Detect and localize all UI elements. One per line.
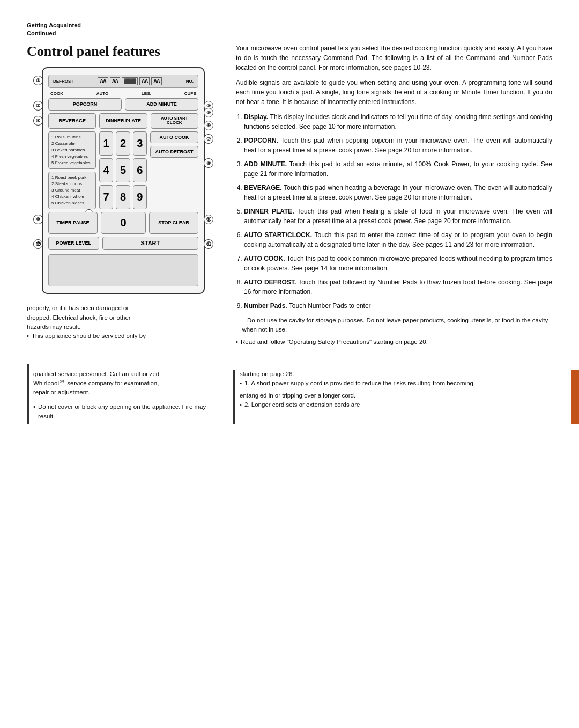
num-5-btn[interactable]: 5: [116, 158, 130, 182]
power-level-btn[interactable]: POWER LEVEL: [48, 237, 99, 250]
feature-item-7: AUTO COOK. Touch this pad to cook common…: [244, 254, 552, 273]
lbs-label: LBS.: [142, 91, 151, 96]
left-column: Control panel features ① DEFROST ΛΛ ΛΛ ⬛…: [27, 43, 220, 350]
numbers-grid: 1 2 3 4 5 6 7 8 9: [99, 131, 147, 209]
num-8-btn[interactable]: 8: [116, 185, 130, 209]
bottom2-line1: qualified service personnel. Call an aut…: [33, 370, 217, 379]
feature-list: Display. This display includes clock and…: [244, 112, 552, 311]
bottom2-bullet1-text: Do not cover or block any opening on the…: [38, 402, 217, 421]
warning-line3: hazards may result.: [27, 323, 80, 330]
bottom2-right-line1: starting on page 26.: [240, 370, 552, 379]
num-4-btn[interactable]: 4: [99, 158, 113, 182]
left-vertical-bar: [27, 364, 29, 424]
intro-para: Your microwave oven control panel lets y…: [236, 43, 552, 72]
header-line1: Getting Acquainted: [27, 22, 81, 28]
callout-8: ⑧: [204, 158, 213, 168]
num-3-btn[interactable]: 3: [133, 131, 147, 156]
icon-4: ΛΛ: [139, 77, 150, 85]
power-start-row: ⑫ ⑬ POWER LEVEL START: [48, 237, 198, 250]
auto-buttons-group: ⑦ AUTO COOK ⑧ AUTO DEFROST: [150, 131, 198, 209]
header-line2: Continued: [27, 30, 56, 36]
auto-cook-item-3: 3 Baked potatoes: [51, 147, 93, 153]
feature-3-label: ADD MINUTE.: [244, 160, 287, 168]
cavity-display: [48, 254, 198, 286]
dash-text: – Do not use the cavity for storage purp…: [242, 316, 552, 335]
dash-icon: –: [236, 316, 239, 335]
num-9-btn[interactable]: 9: [133, 185, 147, 209]
panel-diagram: ① DEFROST ΛΛ ΛΛ ⬛⬛ ΛΛ ΛΛ NO.: [42, 67, 205, 295]
feature-item-3: ADD MINUTE. Touch this pad to add an ext…: [244, 159, 552, 179]
feature-6-label: AUTO START/CLOCK.: [244, 231, 312, 239]
num-1-btn[interactable]: 1: [99, 131, 113, 156]
num-2-btn[interactable]: 2: [116, 131, 130, 156]
icon-2: ΛΛ: [110, 77, 120, 85]
auto-start-clock-btn[interactable]: AUTO START CLOCK: [151, 113, 198, 129]
auto-cook-item-5: 5 Frozen vegetables: [51, 160, 93, 166]
feature-item-2: POPCORN. Touch this pad when popping pop…: [244, 136, 552, 155]
header: Getting Acquainted Continued: [27, 21, 552, 38]
beverage-btn[interactable]: BEVERAGE: [48, 113, 96, 129]
feature-1-text: This display includes clock and indicato…: [244, 113, 552, 130]
bottom2-right-line3: entangled in or tripping over a longer c…: [240, 391, 552, 400]
callout-10: ⑩: [33, 215, 43, 224]
feature-4-label: BEVERAGE.: [244, 184, 282, 192]
bottom-num-row: ⑩ ⑪ TIMER PAUSE 0 STOP CLEAR: [48, 212, 198, 234]
feature-9-text: Touch Number Pads to enter: [289, 302, 371, 310]
bottom2-right-bullet2-text: 2. Longer cord sets or extension cords a…: [244, 400, 360, 409]
page-wrapper: Getting Acquainted Continued Control pan…: [0, 0, 579, 440]
panel-diagram-wrapper: ① DEFROST ΛΛ ΛΛ ⬛⬛ ΛΛ ΛΛ NO.: [27, 67, 220, 295]
bottom-section-1-right: starting on page 26. 1. A short power-su…: [233, 370, 552, 424]
warning-bullet1-left: This appliance should be serviced only b…: [27, 332, 220, 341]
auto-defrost-item-2: 2 Steaks, chops: [51, 181, 93, 187]
popcorn-row: ② ③ POPCORN ADD MINUTE: [48, 98, 198, 111]
section-title: Control panel features: [27, 43, 220, 60]
feature-8-label: AUTO DEFROST.: [244, 278, 296, 286]
popcorn-btn[interactable]: POPCORN: [48, 98, 122, 111]
start-btn[interactable]: START: [102, 237, 198, 250]
feature-2-text: Touch this pad when popping popcorn in y…: [244, 137, 552, 154]
feature-7-label: AUTO COOK.: [244, 255, 285, 262]
icon-3: ⬛⬛: [122, 77, 138, 85]
bottom2-right-content: starting on page 26. 1. A short power-su…: [233, 370, 552, 410]
num-0-btn[interactable]: 0: [101, 212, 146, 234]
dash-item: – – Do not use the cavity for storage pu…: [236, 316, 552, 335]
num-6-btn[interactable]: 6: [133, 158, 147, 182]
para2: Audible signals are available to guide y…: [236, 78, 552, 107]
display-row: DEFROST ΛΛ ΛΛ ⬛⬛ ΛΛ ΛΛ NO.: [48, 75, 198, 88]
feature-2-label: POPCORN.: [244, 137, 278, 144]
callout-13: ⑬: [204, 239, 213, 249]
auto-defrost-item-5: 5 Chicken pieces: [51, 200, 93, 207]
beverage-row: ④ ⑤ BEVERAGE DINNER PLATE AUTO START CLO…: [48, 113, 198, 129]
feature-item-1: Display. This display includes clock and…: [244, 112, 552, 131]
feature-item-9: Number Pads. Touch Number Pads to enter: [244, 301, 552, 311]
feature-item-5: DINNER PLATE. Touch this pad when heatin…: [244, 207, 552, 226]
feature-item-4: BEVERAGE. Touch this pad when heating a …: [244, 183, 552, 202]
icon-1: ΛΛ: [98, 77, 108, 85]
display-icons: ΛΛ ΛΛ ⬛⬛ ΛΛ ΛΛ: [98, 77, 161, 85]
bottom2-line2: Whirlpool℠ service company for examinati…: [33, 379, 217, 388]
defrost-label: DEFROST: [53, 79, 73, 84]
cook-label: COOK: [50, 91, 63, 96]
timer-pause-btn[interactable]: TIMER PAUSE: [48, 212, 98, 234]
feature-item-8: AUTO DEFROST. Touch this pad followed by…: [244, 277, 552, 297]
mid-section: 1 Rolls, muffins 2 Casserole 3 Baked pot…: [48, 131, 198, 209]
feature-3-text: Touch this pad to add an extra minute, a…: [244, 160, 552, 178]
callout-4: ④: [33, 116, 43, 126]
feature-1-label: Display.: [244, 113, 268, 121]
stop-clear-btn[interactable]: STOP CLEAR: [149, 212, 198, 234]
num-7-btn[interactable]: 7: [99, 185, 113, 209]
dinner-plate-btn[interactable]: DINNER PLATE: [99, 113, 147, 129]
add-minute-btn[interactable]: ADD MINUTE: [125, 98, 198, 111]
auto-cook-list: 1 Rolls, muffins 2 Casserole 3 Baked pot…: [48, 131, 96, 169]
bottom2-line3: repair or adjustment.: [33, 388, 217, 397]
warning-bullet-right-text: Read and follow "Operating Safety Precau…: [241, 337, 428, 347]
bottom-warning-wrapper: properly, or if it has been damaged or d…: [27, 304, 220, 344]
warning-line1: properly, or if it has been damaged or: [27, 305, 129, 311]
auto-cook-btn[interactable]: AUTO COOK: [150, 131, 198, 143]
auto-cook-item-2: 2 Casserole: [51, 141, 93, 147]
auto-defrost-list: 1 Roast beef, pork 2 Steaks, chops 3 Gro…: [48, 172, 96, 209]
auto-defrost-btn[interactable]: AUTO DEFROST: [150, 146, 198, 158]
callout-5: ⑤: [204, 108, 213, 117]
bottom-warning-right: – – Do not use the cavity for storage pu…: [236, 316, 552, 350]
cups-label: CUPS: [184, 91, 196, 96]
